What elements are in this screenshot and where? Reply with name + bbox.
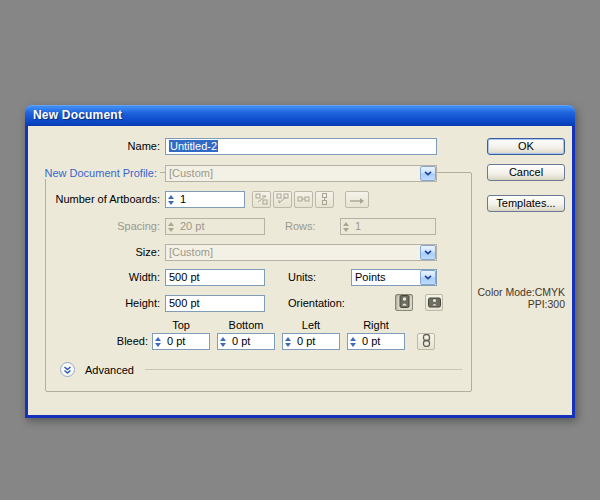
ppi-text: PPI:300 <box>445 298 565 310</box>
spinner-icon[interactable] <box>350 337 358 347</box>
size-select[interactable]: [Custom] <box>165 244 437 261</box>
arrange-by-row-button <box>294 191 313 208</box>
width-input[interactable]: 500 pt <box>165 269 265 286</box>
cancel-button[interactable]: Cancel <box>487 164 565 181</box>
chain-link-icon <box>422 333 431 351</box>
advanced-toggle-button[interactable] <box>60 362 75 377</box>
bleed-left-input[interactable]: 0 pt <box>282 333 340 350</box>
spinner-icon[interactable] <box>168 195 176 205</box>
bleed-right-header: Right <box>347 319 405 331</box>
spinner-icon <box>168 222 176 232</box>
portrait-page-icon <box>399 294 410 312</box>
bleed-right-input[interactable]: 0 pt <box>347 333 405 350</box>
bleed-left-header: Left <box>282 319 340 331</box>
spinner-icon <box>343 222 351 232</box>
spacing-input: 20 pt <box>165 218 265 235</box>
units-label: Units: <box>288 269 358 286</box>
ok-button[interactable]: OK <box>487 138 565 155</box>
bleed-link-button[interactable] <box>417 333 435 350</box>
dialog-title: New Document <box>33 105 122 126</box>
chevron-down-icon[interactable] <box>420 270 436 285</box>
artboards-input[interactable]: 1 <box>165 191 245 208</box>
dialog-body: Name: Untitled-2 OK Cancel Templates... … <box>28 126 572 415</box>
grid-by-row-button <box>252 191 271 208</box>
units-select[interactable]: Points <box>351 269 437 286</box>
chevron-down-icon[interactable] <box>420 245 436 260</box>
rows-label: Rows: <box>285 218 335 235</box>
artboards-label: Number of Artboards: <box>30 191 160 208</box>
spinner-icon[interactable] <box>155 337 163 347</box>
rows-input: 1 <box>340 218 436 235</box>
grid-by-column-button <box>273 191 292 208</box>
chevron-down-icon[interactable] <box>420 166 436 181</box>
arrange-by-column-icon <box>318 191 331 209</box>
templates-button[interactable]: Templates... <box>487 195 565 212</box>
flow-direction-button <box>345 191 369 208</box>
double-chevron-down-icon <box>63 361 72 379</box>
document-info: Color Mode:CMYK PPI:300 <box>445 286 565 310</box>
height-input[interactable]: 500 pt <box>165 295 265 312</box>
name-label: Name: <box>30 138 160 155</box>
spinner-icon[interactable] <box>285 337 293 347</box>
desktop-background: New Document Name: Untitled-2 OK Cancel … <box>0 0 600 500</box>
bleed-top-input[interactable]: 0 pt <box>152 333 210 350</box>
new-document-dialog: New Document Name: Untitled-2 OK Cancel … <box>25 105 575 418</box>
bleed-label: Bleed: <box>30 333 148 350</box>
spinner-icon[interactable] <box>220 337 228 347</box>
spacing-label: Spacing: <box>30 218 160 235</box>
advanced-divider <box>145 369 462 370</box>
orientation-label: Orientation: <box>288 295 368 312</box>
grid-by-column-icon <box>276 191 289 209</box>
bleed-bottom-input[interactable]: 0 pt <box>217 333 275 350</box>
arrange-by-row-icon <box>297 191 310 209</box>
size-label: Size: <box>30 244 160 261</box>
name-input[interactable]: Untitled-2 <box>165 138 437 155</box>
width-label: Width: <box>30 269 160 286</box>
landscape-page-icon <box>428 294 441 312</box>
right-arrow-icon <box>349 191 365 209</box>
arrange-by-column-button <box>315 191 334 208</box>
bleed-bottom-header: Bottom <box>217 319 275 331</box>
profile-select[interactable]: [Custom] <box>165 165 437 182</box>
profile-label: New Document Profile: <box>30 165 160 182</box>
grid-by-row-icon <box>255 191 268 209</box>
orientation-portrait-button[interactable] <box>395 294 413 311</box>
height-label: Height: <box>30 295 160 312</box>
orientation-landscape-button[interactable] <box>425 294 443 311</box>
advanced-label: Advanced <box>85 362 155 379</box>
bleed-top-header: Top <box>152 319 210 331</box>
selected-text: Untitled-2 <box>169 140 218 152</box>
color-mode-text: Color Mode:CMYK <box>445 286 565 298</box>
dialog-titlebar[interactable]: New Document <box>25 105 575 126</box>
